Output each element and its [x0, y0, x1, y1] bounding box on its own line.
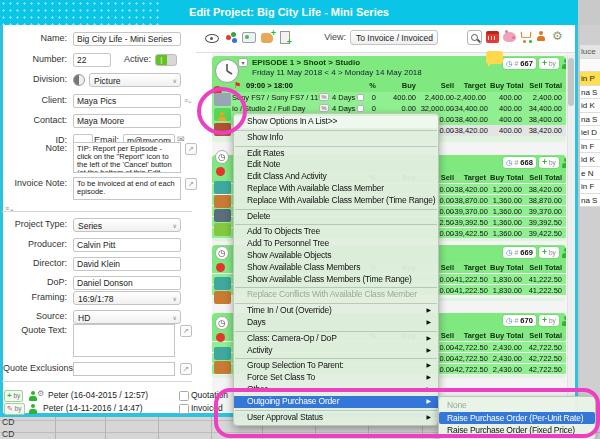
dop-label: DoP: [3, 275, 67, 290]
invoiced-label: Invoiced [191, 403, 223, 413]
expand-icon[interactable]: ↗ [185, 143, 197, 155]
menu-item[interactable]: Delete [234, 211, 438, 223]
dop-input[interactable] [73, 276, 181, 290]
row-thumbnail[interactable] [214, 277, 231, 290]
menu-item[interactable]: Outgoing Purchase Order▶ [234, 396, 438, 408]
chevron-down-icon: ∨ [173, 295, 177, 302]
colors-icon[interactable] [225, 32, 238, 44]
menu-item[interactable]: Other▶ [234, 384, 438, 396]
menu-item[interactable]: Activity▶ [234, 345, 438, 357]
menu-item[interactable]: Add To Objects Tree [234, 226, 438, 238]
gear-icon[interactable]: ⚙ [552, 29, 563, 43]
section-handle-icon[interactable]: ≡⌄ [5, 205, 15, 212]
eye-icon[interactable] [205, 34, 219, 43]
record-dot-icon[interactable] [216, 167, 225, 176]
division-select[interactable]: Picture ∨ [89, 73, 181, 87]
add-page-icon[interactable] [280, 31, 290, 44]
schedule-toolbar: View: To Invoice / Invoiced ∨ ⚙ [196, 25, 575, 53]
framing-select[interactable]: 16:9/1:78 ∨ [73, 291, 181, 305]
expand-icon[interactable]: ↗ [180, 325, 192, 337]
menu-item[interactable]: Replace With Available Class Member [234, 183, 438, 195]
menu-item[interactable]: Show Available Objects [234, 250, 438, 262]
record-dot-icon[interactable] [216, 263, 225, 272]
director-input[interactable] [73, 257, 181, 271]
contact-input[interactable] [73, 114, 181, 128]
menu-item[interactable]: Time In / Out (Override)▶ [234, 305, 438, 317]
created-row: + by ⚙ Peter (16-04-2015 / 12:57) Quotat… [3, 389, 210, 403]
row-thumbnail[interactable] [214, 223, 231, 236]
quote-text-textarea[interactable] [73, 324, 175, 357]
row-thumbnail[interactable] [214, 361, 231, 374]
menu-item[interactable]: Show Available Class Members [234, 262, 438, 274]
submenu-item[interactable]: Raise Purchase Order (Fixed Price) [439, 424, 595, 437]
submenu-item[interactable]: None [439, 399, 595, 412]
search-icon[interactable] [467, 30, 482, 45]
menu-item[interactable]: Edit Class And Activity [234, 171, 438, 183]
menu-item[interactable]: Show Options In A List>> [234, 116, 438, 128]
list-icon[interactable]: ≡⌄ [184, 97, 192, 105]
client-input[interactable] [73, 94, 181, 108]
clock-icon[interactable]: ◷ [215, 246, 229, 260]
comment-bubble-icon[interactable] [486, 51, 503, 64]
invoice-note-textarea[interactable]: To be invoiced at end of each episode. [73, 177, 181, 200]
invoiced-checkbox[interactable] [179, 404, 189, 414]
hand-plus-icon[interactable] [261, 33, 273, 43]
source-value: HD [78, 313, 90, 323]
scrollbar-track[interactable] [567, 55, 575, 412]
submenu-item[interactable]: Raise Purchase Order (Per-Unit Rate) [439, 412, 595, 425]
clock-icon[interactable]: ◷ [215, 316, 229, 330]
row-thumbnail[interactable] [214, 181, 231, 194]
name-input[interactable] [73, 32, 181, 46]
image-icon[interactable] [242, 32, 256, 43]
field-contact: Contact: [3, 113, 210, 129]
producer-input[interactable] [73, 238, 181, 252]
gear-icon[interactable]: ⚙ [37, 389, 44, 398]
menu-item[interactable]: Group Selection To Parent:▶ [234, 360, 438, 372]
active-toggle[interactable] [155, 54, 177, 66]
calendar-icon[interactable] [486, 31, 499, 43]
piggy-bank-icon[interactable] [503, 32, 516, 42]
row-thumbnail[interactable] [214, 93, 231, 106]
expand-icon[interactable]: ↗ [180, 363, 192, 375]
note-textarea[interactable]: TIP: Report per Episode - click on the "… [73, 142, 181, 173]
quote-exclusions-textarea[interactable] [73, 362, 175, 376]
runner-icon[interactable] [537, 31, 545, 41]
menu-item[interactable]: Edit Note [234, 159, 438, 171]
background-name-row: in F [580, 140, 600, 154]
background-name-row: na S [580, 194, 600, 208]
menu-item[interactable]: Force Set Class To▶ [234, 372, 438, 384]
scrollbar-thumb[interactable] [568, 58, 574, 106]
menu-item[interactable]: Class: Camera-Op / DoP▶ [234, 333, 438, 345]
field-project-type: Project Type: Series ∨ [3, 217, 210, 233]
submenu-arrow-icon: ▶ [427, 333, 431, 345]
row-thumbnail[interactable] [214, 347, 231, 360]
field-client: Client: ≡⌄ [3, 93, 210, 109]
chevron-down-icon: ∨ [173, 314, 177, 321]
menu-item[interactable]: Replace With Available Class Member (Tim… [234, 195, 438, 207]
background-list-header: luce [580, 45, 600, 59]
menu-item[interactable]: Edit Rates [234, 148, 438, 160]
row-thumbnail[interactable] [214, 123, 231, 136]
record-dot-icon[interactable] [216, 333, 225, 342]
form-divider [2, 211, 192, 212]
cart-icon[interactable] [520, 31, 534, 43]
expand-icon[interactable]: ↗ [185, 178, 197, 190]
menu-item[interactable]: Add To Personnel Tree [234, 238, 438, 250]
source-select[interactable]: HD ∨ [73, 310, 181, 324]
menu-item[interactable]: Days▶ [234, 317, 438, 329]
menu-item[interactable]: Replace Conflicts With Available Class M… [234, 289, 438, 301]
clock-icon[interactable]: ◷ [215, 150, 229, 164]
row-thumbnail[interactable] [214, 209, 231, 222]
row-thumbnail-person[interactable] [214, 108, 231, 121]
background-names-column: lucein Pna Sid Kna Siel Din Fid Ke Nin F… [580, 25, 600, 417]
row-thumbnail[interactable] [214, 291, 231, 304]
view-select[interactable]: To Invoice / Invoiced ∨ [350, 30, 438, 45]
row-thumbnail[interactable] [214, 195, 231, 208]
quotation-checkbox[interactable] [179, 391, 189, 401]
menu-item[interactable]: Show Info [234, 132, 438, 144]
submenu-arrow-icon: ▶ [427, 360, 431, 372]
project-type-select[interactable]: Series ∨ [73, 218, 181, 232]
menu-item[interactable]: User Approval Status▶ [234, 412, 438, 424]
menu-item[interactable]: Show Available Class Members (Time Range… [234, 274, 438, 286]
quotation-label: Quotation [191, 390, 228, 400]
